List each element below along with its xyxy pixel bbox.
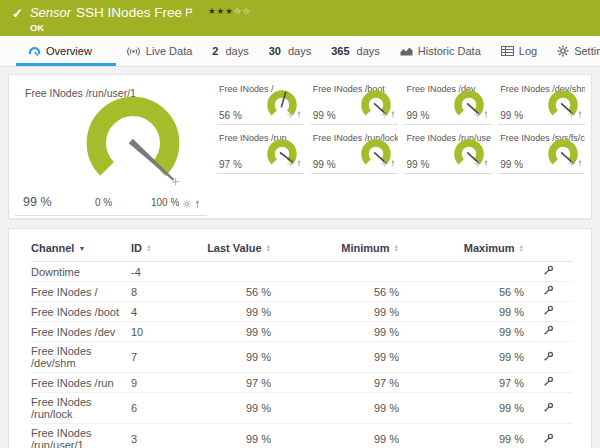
channel-last-value xyxy=(183,262,271,282)
wrench-icon[interactable] xyxy=(543,285,554,298)
wrench-icon[interactable] xyxy=(543,376,554,389)
table-row: Free INodes /run/lock 6 99 % 99 % 99 % xyxy=(31,393,573,424)
channel-id: 6 xyxy=(131,393,183,424)
wrench-icon[interactable] xyxy=(543,351,554,364)
primary-gauge-tile: Free INodes /run/user/1 0 % 100 % 99 % xyxy=(15,79,207,216)
table-row: Downtime -4 xyxy=(31,262,573,282)
tab-log[interactable]: Log xyxy=(491,36,547,66)
gear-icon[interactable] xyxy=(568,153,575,171)
gear-icon[interactable] xyxy=(568,104,575,122)
pin-icon[interactable] xyxy=(296,153,302,171)
channel-last-value: 99 % xyxy=(183,342,271,373)
channel-name: Free INodes /dev/shm xyxy=(31,342,131,373)
chart-icon xyxy=(400,46,413,56)
table-row: Free INodes /run 9 97 % 97 % 97 % xyxy=(31,373,573,393)
gear-icon[interactable] xyxy=(474,153,481,171)
channel-maximum: 99 % xyxy=(399,302,524,322)
column-header-channel[interactable]: Channel▼ xyxy=(31,237,131,262)
tab-label: Log xyxy=(519,45,537,57)
pin-icon[interactable] xyxy=(577,153,583,171)
channel-maximum xyxy=(399,262,524,282)
overview-gauges-panel: Free INodes /run/user/1 0 % 100 % 99 % F… xyxy=(8,74,592,219)
channel-gauge-tile: Free INodes /run/lock 99 % xyxy=(311,130,398,174)
channel-name: Free INodes /run/lock xyxy=(31,393,131,424)
channel-minimum xyxy=(271,262,399,282)
channel-name: Free INodes / xyxy=(31,282,131,302)
gear-icon[interactable] xyxy=(183,194,191,212)
wrench-icon[interactable] xyxy=(543,305,554,318)
tab-label: Historic Data xyxy=(418,45,481,57)
tab-live-data[interactable]: Live Data xyxy=(116,36,202,66)
pin-icon[interactable] xyxy=(483,104,489,122)
gauge-value: 99 % xyxy=(313,159,336,170)
channel-gauge-tile: Free INodes /dev/shm 99 % xyxy=(498,81,585,125)
tab-365-days[interactable]: 365 days xyxy=(321,36,390,66)
gear-icon[interactable] xyxy=(474,104,481,122)
channel-last-value: 99 % xyxy=(183,424,271,448)
table-row: Free INodes /dev/shm 7 99 % 99 % 99 % xyxy=(31,342,573,373)
channel-maximum: 56 % xyxy=(399,282,524,302)
gauge-value: 99 % xyxy=(23,195,52,209)
broadcast-icon xyxy=(126,46,141,57)
gear-icon[interactable] xyxy=(287,104,294,122)
channel-minimum: 99 % xyxy=(271,393,399,424)
gauge-value: 56 % xyxy=(219,110,242,121)
tab-label: Live Data xyxy=(146,45,192,57)
wrench-icon[interactable] xyxy=(543,265,554,278)
pin-icon[interactable] xyxy=(390,153,396,171)
tab-settings[interactable]: Settings xyxy=(547,36,600,66)
column-header-maximum[interactable]: Maximum▲▼ xyxy=(399,237,524,262)
sort-updown-icon: ▲▼ xyxy=(266,244,271,252)
channel-maximum: 99 % xyxy=(399,322,524,342)
tab-2-days[interactable]: 2 days xyxy=(202,36,258,66)
tab-label: days xyxy=(225,45,248,57)
channel-gauge-tile: Free INodes /run 97 % xyxy=(217,130,304,174)
channel-last-value: 56 % xyxy=(183,282,271,302)
channel-gauge-tile: Free INodes /boot 99 % xyxy=(311,81,398,125)
sort-desc-icon: ▼ xyxy=(78,245,85,252)
gauge-value: 99 % xyxy=(407,159,430,170)
gear-icon[interactable] xyxy=(287,153,294,171)
channel-minimum: 99 % xyxy=(271,342,399,373)
wrench-icon[interactable] xyxy=(543,402,554,415)
tab-label: days xyxy=(357,45,380,57)
channel-minimum: 99 % xyxy=(271,424,399,448)
channel-gauges-grid: Free INodes / 56 % Free INodes /boot 99 … xyxy=(217,79,585,214)
column-header-tools xyxy=(524,237,573,262)
pin-icon[interactable] xyxy=(483,153,489,171)
channel-gauge-tile: Free INodes / 56 % xyxy=(217,81,304,125)
sort-updown-icon: ▲▼ xyxy=(519,244,524,252)
pin-icon[interactable] xyxy=(194,194,201,212)
channel-name: Free INodes /run/user/1 xyxy=(31,424,131,448)
channel-id: 3 xyxy=(131,424,183,448)
column-header-last-value[interactable]: Last Value▲▼ xyxy=(183,237,271,262)
tab-overview[interactable]: Overview xyxy=(16,36,116,66)
tab-label: Settings xyxy=(574,45,600,57)
table-row: Free INodes / 8 56 % 56 % 56 % xyxy=(31,282,573,302)
column-header-minimum[interactable]: Minimum▲▼ xyxy=(271,237,399,262)
channel-maximum: 97 % xyxy=(399,373,524,393)
tab-label: days xyxy=(288,45,311,57)
channel-last-value: 99 % xyxy=(183,322,271,342)
pin-icon[interactable] xyxy=(577,104,583,122)
tab-30-days[interactable]: 30 days xyxy=(259,36,322,66)
sort-updown-icon: ▲▼ xyxy=(146,244,151,252)
primary-gauge-chart xyxy=(73,87,193,199)
wrench-icon[interactable] xyxy=(543,433,554,446)
pin-icon[interactable] xyxy=(390,104,396,122)
pin-icon[interactable] xyxy=(296,104,302,122)
priority-stars[interactable]: ★★★☆☆ xyxy=(208,6,251,16)
gauge-value: 99 % xyxy=(313,110,336,121)
gear-icon[interactable] xyxy=(381,104,388,122)
channel-name: Free INodes /dev xyxy=(31,322,131,342)
table-row: Free INodes /run/user/1 3 99 % 99 % 99 % xyxy=(31,424,573,448)
tab-bar: Overview Live Data 2 days 30 days 365 da… xyxy=(0,36,600,67)
log-icon xyxy=(501,46,514,56)
column-header-id[interactable]: ID▲▼ xyxy=(131,237,183,262)
tab-historic-data[interactable]: Historic Data xyxy=(390,36,491,66)
channels-table: Channel▼ ID▲▼ Last Value▲▼ Minimum▲▼ Max… xyxy=(31,237,573,448)
wrench-icon[interactable] xyxy=(543,325,554,338)
table-header-row: Channel▼ ID▲▼ Last Value▲▼ Minimum▲▼ Max… xyxy=(31,237,573,262)
channel-last-value: 99 % xyxy=(183,393,271,424)
gear-icon[interactable] xyxy=(381,153,388,171)
